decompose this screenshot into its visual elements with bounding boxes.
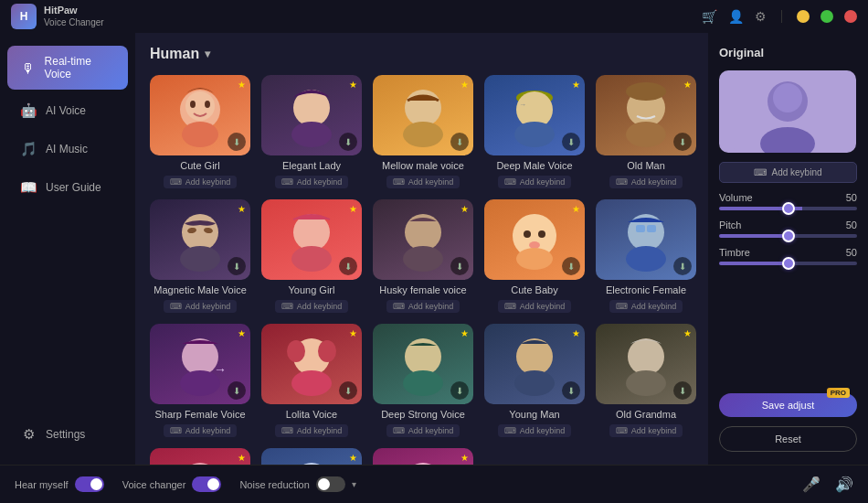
timbre-slider[interactable] (719, 262, 857, 265)
crown-badge-old-grandma: ★ (683, 328, 692, 338)
download-icon-electronic-female[interactable]: ⬇ (673, 257, 692, 275)
download-icon-cute-baby[interactable]: ⬇ (562, 257, 580, 275)
sidebar-item-settings[interactable]: ⚙ Settings (7, 417, 128, 452)
noise-reduction-label: Noise reduction (239, 479, 309, 490)
voice-card-deep-male[interactable]: → ★ ⬇ Deep Male Voice ⌨ Add keybind (484, 75, 585, 188)
keybind-btn-husky-female[interactable]: ⌨ Add keybind (386, 300, 460, 313)
download-icon-husky-female[interactable]: ⬇ (450, 257, 469, 275)
keybind-btn-sharp-female[interactable]: ⌨ Add keybind (164, 424, 238, 437)
keybind-btn-cute-girl[interactable]: ⌨ Add keybind (164, 176, 238, 188)
cart-icon[interactable]: 🛒 (702, 9, 717, 24)
close-button[interactable] (844, 10, 857, 23)
voice-card-extra3[interactable]: ★ ⬇ Voice 18 ⌨ Add keybind (373, 448, 473, 465)
svg-point-9 (403, 122, 443, 147)
sidebar-item-user-guide[interactable]: 📖 User Guide (7, 170, 128, 205)
download-icon-sharp-female[interactable]: ⬇ (228, 381, 246, 400)
download-icon-young-man[interactable]: ⬇ (562, 381, 580, 400)
voice-card-cute-baby[interactable]: ★ ⬇ Cute Baby ⌨ Add keybind (484, 199, 585, 313)
keybind-label-young-girl: Add keybind (297, 302, 343, 311)
keybind-btn-magnetic-male[interactable]: ⌨ Add keybind (164, 300, 238, 313)
voice-card-magnetic-male[interactable]: ★ ⬇ Magnetic Male Voice ⌨ Add keybind (150, 199, 250, 313)
speaker-icon[interactable]: 🔊 (835, 476, 853, 493)
dropdown-arrow-icon[interactable]: ▾ (205, 48, 210, 60)
voice-card-deep-strong[interactable]: ★ ⬇ Deep Strong Voice ⌨ Add keybind (373, 324, 473, 437)
reset-button[interactable]: Reset (719, 426, 857, 452)
voice-name-husky-female: Husky female voice (379, 284, 466, 295)
download-icon-mellow-male[interactable]: ⬇ (450, 133, 469, 151)
maximize-button[interactable] (820, 10, 833, 23)
settings-icon[interactable]: ⚙ (755, 9, 767, 24)
voice-card-husky-female[interactable]: ★ ⬇ Husky female voice ⌨ Add keybind (373, 199, 473, 313)
voice-card-cute-girl[interactable]: ★ ⬇ Cute Girl ⌨ Add keybind (150, 75, 250, 188)
keybind-btn-old-grandma[interactable]: ⌨ Add keybind (609, 424, 683, 437)
download-icon-old-grandma[interactable]: ⬇ (673, 381, 692, 400)
voice-card-extra1[interactable]: ★ ⬇ Voice 16 ⌨ Add keybind (150, 448, 250, 465)
voice-card-lolita[interactable]: ★ ⬇ Lolita Voice ⌨ Add keybind (261, 324, 362, 437)
crown-badge-mellow-male: ★ (460, 80, 469, 90)
keybind-label-sharp-female: Add keybind (185, 426, 231, 435)
keybind-btn-electronic-female[interactable]: ⌨ Add keybind (609, 300, 683, 313)
noise-reduction-toggle[interactable] (316, 476, 345, 492)
voice-thumb-old-grandma: ★ ⬇ (596, 324, 696, 404)
voice-thumb-lolita: ★ ⬇ (261, 324, 362, 404)
pro-badge: PRO (827, 388, 850, 398)
voice-card-old-grandma[interactable]: ★ ⬇ Old Grandma ⌨ Add keybind (596, 324, 696, 437)
reset-label: Reset (775, 433, 801, 444)
download-icon-magnetic-male[interactable]: ⬇ (228, 257, 246, 275)
download-icon-lolita[interactable]: ⬇ (339, 381, 357, 400)
sidebar-item-ai-voice[interactable]: 🤖 AI Voice (7, 93, 128, 128)
download-icon-cute-girl[interactable]: ⬇ (228, 133, 246, 151)
keyboard-icon-deep-male: ⌨ (504, 177, 516, 187)
keybind-label-old-grandma: Add keybind (631, 426, 677, 435)
voice-thumb-old-man: ★ ⬇ (596, 75, 696, 155)
voice-changer-control: Voice changer (122, 476, 222, 492)
bottom-bar: Hear myself Voice changer Noise reductio… (0, 465, 868, 503)
keybind-btn-deep-strong[interactable]: ⌨ Add keybind (386, 424, 460, 437)
voice-card-elegant-lady[interactable]: ★ ⬇ Elegant Lady ⌨ Add keybind (261, 75, 362, 188)
download-icon-deep-strong[interactable]: ⬇ (450, 381, 469, 400)
svg-point-45 (628, 338, 664, 375)
bottom-right-icons: 🎤 🔊 (802, 476, 853, 493)
voice-card-mellow-male[interactable]: ★ ⬇ Mellow male voice ⌨ Add keybind (373, 75, 473, 188)
microphone-icon[interactable]: 🎤 (802, 476, 820, 493)
voice-thumb-cute-girl: ★ ⬇ (150, 75, 250, 155)
download-icon-elegant-lady[interactable]: ⬇ (339, 133, 357, 151)
titlebar-controls: 🛒 👤 ⚙ (702, 9, 857, 24)
keybind-btn-deep-male[interactable]: ⌨ Add keybind (498, 176, 572, 188)
voice-name-old-man: Old Man (627, 160, 665, 171)
user-icon[interactable]: 👤 (728, 9, 744, 24)
crown-badge-magnetic-male: ★ (238, 204, 246, 214)
voice-card-sharp-female[interactable]: → ★ ⬇ Sharp Female Voice ⌨ Add keybind (150, 324, 250, 437)
svg-point-20 (180, 246, 220, 272)
keybind-btn-elegant-lady[interactable]: ⌨ Add keybind (275, 176, 349, 188)
pitch-slider[interactable] (719, 234, 857, 238)
keybind-btn-young-girl[interactable]: ⌨ Add keybind (275, 300, 349, 313)
add-keybind-button[interactable]: ⌨ Add keybind (719, 162, 857, 183)
keybind-btn-old-man[interactable]: ⌨ Add keybind (609, 176, 683, 188)
sidebar-item-realtime-voice[interactable]: 🎙 Real-time Voice (7, 46, 128, 90)
svg-rect-31 (636, 225, 645, 232)
svg-point-38 (287, 340, 305, 362)
download-icon-deep-male[interactable]: ⬇ (562, 133, 580, 151)
keybind-btn-cute-baby[interactable]: ⌨ Add keybind (498, 300, 572, 313)
download-icon-young-girl[interactable]: ⬇ (339, 257, 357, 275)
hear-myself-toggle[interactable] (75, 476, 104, 492)
crown-badge-extra2: ★ (349, 453, 357, 463)
keyboard-icon-cute-baby: ⌨ (504, 302, 516, 311)
app-logo: H (11, 4, 37, 29)
save-adjust-button[interactable]: PRO Save adjust (719, 393, 857, 417)
voice-card-young-girl[interactable]: ★ ⬇ Young Girl ⌨ Add keybind (261, 199, 362, 313)
keybind-btn-mellow-male[interactable]: ⌨ Add keybind (386, 176, 460, 188)
keybind-btn-lolita[interactable]: ⌨ Add keybind (275, 424, 349, 437)
volume-slider[interactable] (719, 207, 857, 210)
noise-reduction-dropdown-icon[interactable]: ▾ (352, 479, 356, 489)
voice-changer-toggle[interactable] (192, 476, 221, 492)
voice-card-young-man[interactable]: ★ ⬇ Young Man ⌨ Add keybind (484, 324, 585, 437)
voice-card-electronic-female[interactable]: ⬇ Electronic Female ⌨ Add keybind (596, 199, 696, 313)
download-icon-old-man[interactable]: ⬇ (673, 133, 692, 151)
voice-card-extra2[interactable]: ★ ⬇ Voice 17 ⌨ Add keybind (261, 448, 362, 465)
keybind-btn-young-man[interactable]: ⌨ Add keybind (498, 424, 572, 437)
voice-card-old-man[interactable]: ★ ⬇ Old Man ⌨ Add keybind (596, 75, 696, 188)
minimize-button[interactable] (797, 10, 810, 23)
sidebar-item-ai-music[interactable]: 🎵 AI Music (7, 132, 128, 166)
